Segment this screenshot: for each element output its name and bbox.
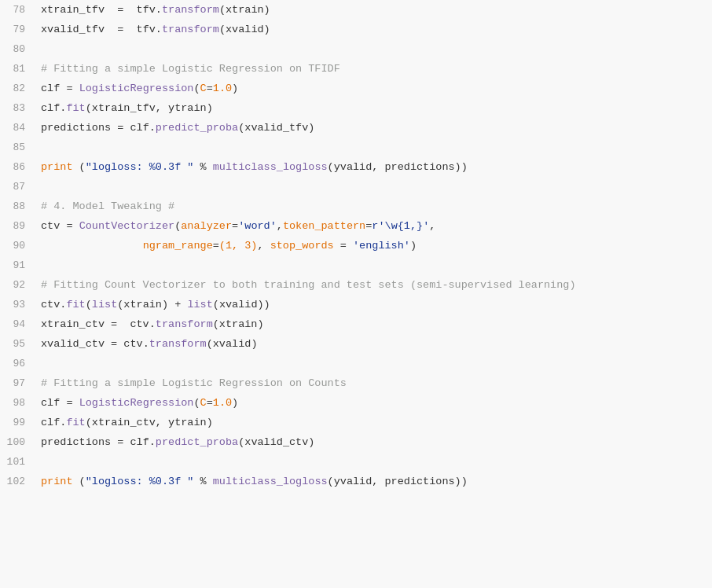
line-content: clf.fit(xtrain_ctv, ytrain) (38, 413, 712, 432)
token-punct: . (156, 24, 162, 35)
token-punct: . (149, 436, 156, 448)
token-param: stop_words (270, 240, 334, 252)
token-param: analyzer (181, 220, 232, 232)
line-number: 80 (0, 39, 38, 59)
code-line: 102print ("logloss: %0.3f " % multiclass… (0, 472, 712, 491)
line-number: 85 (0, 138, 38, 157)
line-number: 94 (0, 314, 38, 334)
token-punct: . (149, 318, 156, 330)
code-line: 95xvalid_ctv = ctv.transform(xvalid) (0, 334, 712, 354)
code-line: 91 (0, 255, 712, 275)
line-number: 86 (0, 157, 38, 177)
code-line: 94xtrain_ctv = ctv.transform(xtrain) (0, 314, 712, 334)
token-var: ctv (130, 318, 149, 330)
line-content: predictions = clf.predict_proba(xvalid_t… (38, 118, 712, 138)
token-var: tfv (137, 24, 156, 35)
token-str: "logloss: %0.3f " (86, 161, 194, 173)
token-func: fit (66, 417, 85, 428)
code-line: 96 (0, 354, 712, 373)
line-content: # Fitting Count Vectorizer to both train… (38, 275, 712, 295)
line-number: 99 (0, 413, 38, 432)
token-kw: print (41, 476, 73, 487)
code-line: 97# Fitting a simple Logistic Regression… (0, 373, 712, 393)
line-content (38, 39, 712, 59)
token-op: = (232, 220, 238, 232)
line-number: 91 (0, 255, 38, 275)
token-str: 'english' (353, 240, 410, 252)
token-punct: ) (232, 397, 238, 409)
line-content: xvalid_ctv = ctv.transform(xvalid) (38, 334, 712, 354)
token-var: xvalid_ctv (41, 338, 105, 350)
line-content: xtrain_tfv = tfv.transform(xtrain) (38, 0, 712, 20)
token-punct: ( (73, 476, 86, 487)
code-line: 83clf.fit(xtrain_tfv, ytrain) (0, 98, 712, 118)
token-func: predict_proba (156, 122, 238, 134)
code-line: 87 (0, 177, 712, 197)
token-func: multiclass_logloss (213, 161, 328, 173)
token-kw: print (41, 161, 73, 173)
token-op: % (193, 161, 212, 173)
token-op: = (105, 318, 130, 330)
token-func: fit (66, 299, 85, 311)
token-var: ctv (41, 220, 60, 232)
line-number: 95 (0, 334, 38, 354)
token-op: = (60, 397, 79, 409)
token-punct: ( (193, 397, 200, 409)
token-punct: ) (410, 240, 417, 252)
line-number: 82 (0, 79, 38, 98)
line-content (38, 255, 712, 275)
token-punct: (xvalid)) (213, 299, 270, 311)
token-num: (1, 3) (219, 240, 258, 252)
token-op: = (105, 4, 137, 16)
token-var: clf (41, 102, 60, 114)
token-func: multiclass_logloss (213, 476, 328, 487)
code-line: 82clf = LogisticRegression(C=1.0) (0, 79, 712, 98)
line-number: 97 (0, 373, 38, 393)
token-punct: (xtrain_tfv, ytrain) (86, 102, 213, 114)
code-line: 78xtrain_tfv = tfv.transform(xtrain) (0, 0, 712, 20)
code-line: 99clf.fit(xtrain_ctv, ytrain) (0, 413, 712, 432)
line-content: xtrain_ctv = ctv.transform(xtrain) (38, 314, 712, 334)
token-num: 1.0 (213, 397, 232, 409)
code-line: 101 (0, 452, 712, 472)
token-func: predict_proba (156, 436, 238, 448)
line-number: 102 (0, 472, 38, 491)
token-var: clf (41, 417, 60, 428)
token-punct: (xtrain_ctv, ytrain) (86, 417, 213, 428)
token-func: transform (149, 338, 207, 350)
line-content (38, 354, 712, 373)
token-param: ngram_range (143, 240, 213, 252)
line-number: 83 (0, 98, 38, 118)
code-editor: 78xtrain_tfv = tfv.transform(xtrain)79xv… (0, 0, 712, 588)
token-comment: # Fitting a simple Logistic Regression o… (41, 377, 347, 389)
token-punct: (xvalid) (219, 24, 270, 35)
code-line: 88# 4. Model Tweaking # (0, 197, 712, 216)
code-line: 89ctv = CountVectorizer(analyzer='word',… (0, 216, 712, 236)
code-line: 85 (0, 138, 712, 157)
line-content: clf = LogisticRegression(C=1.0) (38, 79, 712, 98)
code-line: 98clf = LogisticRegression(C=1.0) (0, 393, 712, 413)
token-var: ctv (41, 299, 60, 311)
token-var: predictions (41, 122, 111, 134)
token-punct: ( (73, 161, 86, 173)
line-number: 87 (0, 177, 38, 197)
code-line: 93ctv.fit(list(xtrain) + list(xvalid)) (0, 295, 712, 314)
token-cls: LogisticRegression (79, 83, 194, 94)
token-punct: ( (86, 299, 92, 311)
token-op: = (111, 436, 130, 448)
code-line: 100predictions = clf.predict_proba(xvali… (0, 432, 712, 452)
line-number: 96 (0, 354, 38, 373)
token-punct: ( (193, 83, 200, 94)
token-punct: (xvalid_tfv) (238, 122, 314, 134)
token-func: transform (162, 4, 219, 16)
token-param: C (200, 397, 207, 409)
line-content: print ("logloss: %0.3f " % multiclass_lo… (38, 157, 712, 177)
token-op: = (207, 397, 213, 409)
line-number: 79 (0, 20, 38, 39)
line-content: predictions = clf.predict_proba(xvalid_c… (38, 432, 712, 452)
code-line: 81# Fitting a simple Logistic Regression… (0, 59, 712, 79)
line-content (38, 177, 712, 197)
token-var: clf (130, 436, 149, 448)
code-line: 84predictions = clf.predict_proba(xvalid… (0, 118, 712, 138)
token-var: clf (41, 397, 60, 409)
